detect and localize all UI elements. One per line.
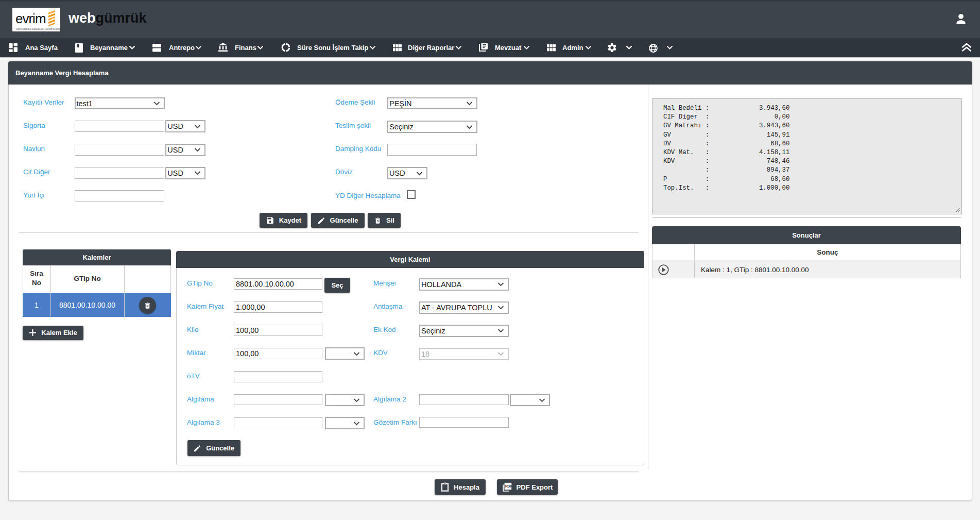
svg-text:PDF: PDF bbox=[505, 484, 512, 488]
